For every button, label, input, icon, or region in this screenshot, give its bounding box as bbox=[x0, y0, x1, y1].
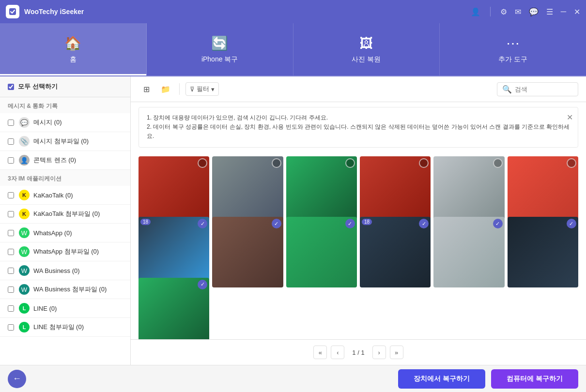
photo-item[interactable]: ✓ bbox=[212, 217, 283, 287]
contacts-label: 콘텍트 렌즈 (0) bbox=[33, 156, 76, 165]
sidebar-section-im: 3자 IM 애플리케이션 bbox=[0, 170, 130, 186]
info-line1: 1. 장치에 대용량 데이터가 있으면, 검색 시간이 깁니다. 기다려 주세요… bbox=[147, 113, 570, 122]
sidebar-item-line-attach[interactable]: L LINE 첨부파일 (0) bbox=[0, 318, 130, 337]
whatsapp-icon: W bbox=[19, 227, 30, 238]
select-all-checkbox[interactable] bbox=[8, 84, 14, 90]
sidebar-item-messages[interactable]: 💬 메시지 (0) bbox=[0, 113, 130, 132]
photo-item[interactable]: ✓ bbox=[508, 217, 578, 287]
checkbox-wabusiness-attach[interactable] bbox=[8, 286, 14, 293]
banner-close-button[interactable]: ✕ bbox=[567, 111, 573, 124]
toolbar-separator bbox=[179, 83, 180, 95]
content-toolbar: ⊞ 📁 ⊽ 필터 ▾ 🔍 bbox=[131, 76, 586, 102]
settings-icon[interactable]: ⚙ bbox=[500, 7, 507, 16]
sidebar-item-kakao[interactable]: K KaKaoTalk (0) bbox=[0, 186, 130, 205]
nav-home-label: 홈 bbox=[70, 55, 77, 64]
photo-checkbox[interactable] bbox=[345, 158, 355, 168]
checkbox-whatsapp-attach[interactable] bbox=[8, 249, 14, 255]
filter-button[interactable]: ⊽ 필터 ▾ bbox=[185, 82, 219, 96]
photo-checkbox[interactable] bbox=[493, 158, 503, 168]
photo-item[interactable] bbox=[360, 156, 431, 227]
photo-checkbox[interactable] bbox=[198, 158, 207, 168]
sidebar-item-line[interactable]: L LINE (0) bbox=[0, 299, 130, 318]
app-title: WooTechy iSeeker bbox=[24, 8, 471, 15]
sidebar: 모두 선택하기 메시지 & 통화 기록 💬 메시지 (0) 📎 메시지 첨부파일… bbox=[0, 76, 131, 365]
photo-item[interactable] bbox=[212, 156, 283, 227]
checkbox-kakao[interactable] bbox=[8, 192, 14, 198]
select-all-label: 모두 선택하기 bbox=[18, 82, 58, 91]
photo-item[interactable]: 18✓ bbox=[360, 217, 431, 287]
checkbox-line-attach[interactable] bbox=[8, 324, 14, 331]
wabusiness-attach-icon: W bbox=[19, 284, 30, 295]
photo-item[interactable] bbox=[433, 156, 504, 227]
checkbox-whatsapp[interactable] bbox=[8, 230, 14, 236]
photo-checkbox[interactable] bbox=[567, 158, 576, 168]
photo-item[interactable]: ✓ bbox=[139, 278, 209, 339]
sidebar-item-wabusiness-attach[interactable]: W WA Business 첨부파일 (0) bbox=[0, 280, 130, 299]
photo-checkbox[interactable]: ✓ bbox=[198, 280, 207, 289]
checkbox-wabusiness[interactable] bbox=[8, 268, 14, 274]
photo-checkbox[interactable] bbox=[419, 158, 429, 168]
recover-device-button[interactable]: 장치에서 복구하기 bbox=[398, 369, 485, 389]
photo-checkbox[interactable]: ✓ bbox=[272, 219, 281, 228]
back-icon: ← bbox=[13, 374, 21, 384]
search-input[interactable] bbox=[515, 86, 573, 93]
photo-checkbox[interactable]: ✓ bbox=[493, 219, 503, 228]
info-banner: 1. 장치에 대용량 데이터가 있으면, 검색 시간이 깁니다. 기다려 주세요… bbox=[139, 107, 578, 148]
sidebar-item-contacts[interactable]: 👤 콘텍트 렌즈 (0) bbox=[0, 151, 130, 170]
profile-icon[interactable]: 👤 bbox=[471, 7, 480, 16]
photo-item[interactable] bbox=[286, 156, 357, 227]
line-label: LINE (0) bbox=[33, 305, 57, 312]
nav-tools[interactable]: ⋯ 추가 도구 bbox=[440, 23, 586, 75]
whatsapp-label: WhatsApp (0) bbox=[33, 229, 72, 237]
main-layout: 모두 선택하기 메시지 & 통화 기록 💬 메시지 (0) 📎 메시지 첨부파일… bbox=[0, 76, 586, 365]
nav-iphone-label: iPhone 복구 bbox=[201, 55, 238, 64]
checkbox-kakao-attach[interactable] bbox=[8, 211, 14, 217]
page-last-button[interactable]: » bbox=[390, 346, 403, 359]
photo-checkbox[interactable] bbox=[272, 158, 281, 168]
nav-photos-label: 사진 복원 bbox=[352, 55, 381, 64]
nav-iphone[interactable]: 🔄 iPhone 복구 bbox=[147, 23, 293, 75]
checkbox-line[interactable] bbox=[8, 305, 14, 312]
checkbox-messages[interactable] bbox=[8, 120, 14, 126]
page-first-button[interactable]: « bbox=[313, 346, 327, 359]
grid-view-button[interactable]: ⊞ bbox=[139, 81, 154, 97]
photo-checkbox[interactable]: ✓ bbox=[198, 219, 207, 228]
sidebar-item-wabusiness[interactable]: W WA Business (0) bbox=[0, 261, 130, 280]
page-prev-button[interactable]: ‹ bbox=[331, 346, 344, 359]
photo-checkbox[interactable]: ✓ bbox=[567, 219, 576, 228]
photo-item[interactable] bbox=[508, 156, 578, 227]
page-next-button[interactable]: › bbox=[372, 346, 386, 359]
kakao-attach-label: KaKaoTalk 첨부파일 (0) bbox=[33, 210, 100, 218]
folder-view-button[interactable]: 📁 bbox=[158, 81, 173, 97]
back-button[interactable]: ← bbox=[8, 370, 26, 388]
close-icon[interactable]: ✕ bbox=[574, 7, 580, 16]
sidebar-item-msg-attach[interactable]: 📎 메시지 첨부파일 (0) bbox=[0, 132, 130, 151]
chat-icon[interactable]: 💬 bbox=[529, 7, 539, 16]
minimize-icon[interactable]: ─ bbox=[561, 7, 566, 16]
photo-item[interactable]: ✓ bbox=[433, 217, 504, 287]
sidebar-item-kakao-attach[interactable]: K KaKaoTalk 첨부파일 (0) bbox=[0, 205, 130, 224]
sidebar-item-whatsapp[interactable]: W WhatsApp (0) bbox=[0, 224, 130, 242]
pagination: « ‹ 1 / 1 › » bbox=[131, 339, 586, 365]
mail-icon[interactable]: ✉ bbox=[515, 7, 521, 16]
photo-checkbox[interactable]: ✓ bbox=[419, 219, 429, 228]
photo-item[interactable]: 18✓ bbox=[139, 217, 209, 287]
checkbox-msg-attach[interactable] bbox=[8, 138, 14, 145]
photo-checkbox[interactable]: ✓ bbox=[345, 219, 355, 228]
nav-home[interactable]: 🏠 홈 bbox=[0, 23, 147, 75]
app-logo bbox=[6, 5, 19, 18]
photo-item[interactable] bbox=[139, 156, 209, 227]
msg-attach-label: 메시지 첨부파일 (0) bbox=[33, 137, 89, 146]
menu-icon[interactable]: ☰ bbox=[546, 7, 553, 16]
nav-photos[interactable]: 🖼 사진 복원 bbox=[293, 23, 440, 75]
recover-computer-button[interactable]: 컴퓨터에 복구하기 bbox=[491, 369, 578, 389]
kakao-icon: K bbox=[19, 190, 30, 200]
checkbox-contacts[interactable] bbox=[8, 157, 14, 164]
sidebar-item-whatsapp-attach[interactable]: W WhatsApp 첨부파일 (0) bbox=[0, 242, 130, 261]
photo-grid: 18✓✓✓18✓✓✓✓ bbox=[131, 152, 586, 339]
home-icon: 🏠 bbox=[64, 35, 81, 51]
search-box[interactable]: 🔍 bbox=[497, 82, 578, 96]
whatsapp-attach-label: WhatsApp 첨부파일 (0) bbox=[33, 247, 99, 256]
photo-item[interactable]: ✓ bbox=[286, 217, 357, 287]
kakao-attach-icon: K bbox=[19, 209, 30, 219]
